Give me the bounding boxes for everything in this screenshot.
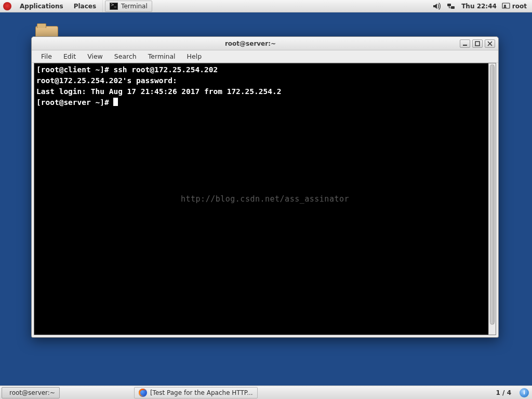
menu-view[interactable]: View xyxy=(82,51,108,61)
taskbar-item-terminal[interactable]: root@server:~ xyxy=(2,387,60,398)
panel-separator xyxy=(102,0,103,12)
menu-help[interactable]: Help xyxy=(182,51,207,61)
places-menu[interactable]: Places xyxy=(69,3,101,10)
terminal-icon xyxy=(110,3,118,10)
firefox-icon xyxy=(139,389,147,397)
info-badge-icon[interactable]: i xyxy=(520,388,529,397)
svg-rect-1 xyxy=(451,6,455,9)
minimize-icon xyxy=(462,41,468,46)
maximize-icon xyxy=(475,41,480,46)
redhat-icon[interactable] xyxy=(3,2,11,10)
terminal-window: root@server:~ File Edit View Search Term… xyxy=(31,36,499,338)
user-icon xyxy=(502,2,510,10)
user-label: root xyxy=(512,3,527,10)
window-title: root@server:~ xyxy=(44,40,457,47)
clock[interactable]: Thu 22:44 xyxy=(458,3,500,10)
scrollbar-track[interactable] xyxy=(489,63,496,335)
taskbar-item-firefox[interactable]: [Test Page for the Apache HTTP... xyxy=(134,387,258,398)
volume-icon[interactable] xyxy=(432,2,441,11)
term-line4-prompt: [root@server ~]# xyxy=(36,98,113,107)
window-titlebar[interactable]: root@server:~ xyxy=(32,37,498,50)
terminal-viewport[interactable]: [root@client ~]# ssh root@172.25.254.202… xyxy=(34,63,496,335)
user-menu[interactable]: root xyxy=(500,2,532,10)
bottom-panel: root@server:~ [Test Page for the Apache … xyxy=(0,385,532,399)
svg-point-3 xyxy=(504,5,506,7)
terminal-output: [root@client ~]# ssh root@172.25.254.202… xyxy=(36,64,487,334)
workspace-indicator[interactable]: 1 / 4 xyxy=(491,389,516,396)
svg-rect-0 xyxy=(447,4,451,6)
menu-terminal[interactable]: Terminal xyxy=(143,51,181,61)
top-task-terminal-label: Terminal xyxy=(121,3,148,10)
taskbar-item-terminal-label: root@server:~ xyxy=(9,389,55,396)
term-line1-cmd: ssh root@172.25.254.202 xyxy=(113,65,218,74)
scrollbar-thumb[interactable] xyxy=(490,64,495,325)
menu-search[interactable]: Search xyxy=(109,51,142,61)
taskbar-item-firefox-label: [Test Page for the Apache HTTP... xyxy=(150,389,253,396)
close-button[interactable] xyxy=(485,39,495,48)
top-task-terminal[interactable]: Terminal xyxy=(105,1,152,12)
term-line1-prompt: [root@client ~]# xyxy=(36,65,113,74)
menu-file[interactable]: File xyxy=(36,51,57,61)
minimize-button[interactable] xyxy=(460,39,470,48)
maximize-button[interactable] xyxy=(472,39,483,48)
close-icon xyxy=(487,41,493,46)
window-menubar: File Edit View Search Terminal Help xyxy=(32,50,498,63)
svg-rect-5 xyxy=(475,42,480,46)
network-icon[interactable] xyxy=(446,2,456,11)
term-line3: Last login: Thu Aug 17 21:45:26 2017 fro… xyxy=(36,87,281,96)
applications-menu[interactable]: Applications xyxy=(15,3,69,10)
menu-edit[interactable]: Edit xyxy=(58,51,81,61)
term-line2: root@172.25.254.202's password: xyxy=(36,76,181,85)
terminal-cursor xyxy=(113,98,118,106)
terminal-scrollbar[interactable] xyxy=(488,63,496,335)
svg-rect-4 xyxy=(463,45,467,46)
top-panel: Applications Places Terminal Thu 22:44 r… xyxy=(0,0,532,12)
